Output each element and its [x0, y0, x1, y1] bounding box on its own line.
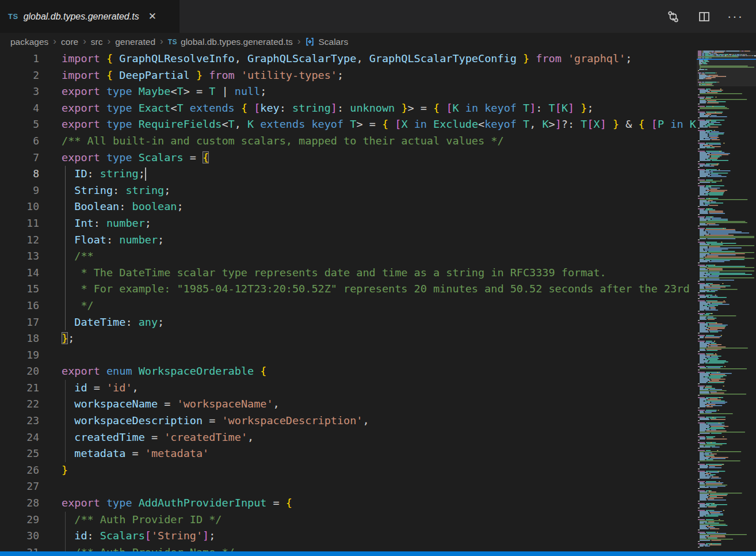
breadcrumb-label: src	[91, 37, 103, 47]
code-line-8[interactable]: ID: string;	[55, 166, 697, 182]
line-number-5[interactable]: 5	[0, 116, 39, 133]
line-number-25[interactable]: 25	[0, 445, 39, 462]
code-line-31[interactable]: /** Auth Provider Name */	[55, 544, 697, 551]
code-line-22[interactable]: workspaceName = 'workspaceName',	[55, 396, 697, 413]
breadcrumb-item-src[interactable]: src	[91, 37, 103, 47]
breadcrumb: packages›core›src›generated›TSglobal.db.…	[0, 33, 756, 51]
code-line-2[interactable]: import { DeepPartial } from 'utility-typ…	[55, 67, 697, 84]
code-line-6[interactable]: /** All built-in and custom scalars, map…	[55, 133, 697, 150]
code-line-1[interactable]: import { GraphQLResolveInfo, GraphQLScal…	[55, 51, 697, 67]
open-changes-icon[interactable]	[666, 10, 680, 24]
line-number-20[interactable]: 20	[0, 363, 39, 380]
breadcrumb-separator: ›	[297, 36, 301, 47]
text-cursor	[145, 167, 146, 181]
code-line-13[interactable]: /**	[55, 248, 697, 265]
breadcrumb-item-core[interactable]: core	[61, 37, 78, 47]
code-line-21[interactable]: id = 'id',	[55, 380, 697, 397]
minimap[interactable]	[697, 51, 756, 551]
breadcrumb-separator: ›	[83, 36, 86, 47]
code-line-12[interactable]: Float: number;	[55, 232, 697, 249]
editor-pane[interactable]: 1234567891011121314151617181920212223242…	[0, 51, 756, 551]
indent-guide	[65, 380, 66, 462]
line-number-30[interactable]: 30	[0, 528, 39, 544]
code-line-17[interactable]: DateTime: any;	[55, 314, 697, 331]
line-number-22[interactable]: 22	[0, 396, 39, 413]
code-line-20[interactable]: export enum WorkspaceOrderable {	[55, 363, 697, 380]
more-actions-icon[interactable]: ···	[728, 10, 742, 24]
breadcrumb-item-packages[interactable]: packages	[10, 37, 48, 47]
line-number-21[interactable]: 21	[0, 380, 39, 397]
code-line-29[interactable]: /** Auth Provider ID */	[55, 512, 697, 528]
line-number-17[interactable]: 17	[0, 314, 39, 331]
code-line-18[interactable]: };	[55, 330, 697, 347]
line-number-2[interactable]: 2	[0, 67, 39, 84]
line-number-8[interactable]: 8	[0, 166, 39, 182]
line-number-28[interactable]: 28	[0, 495, 39, 512]
line-number-11[interactable]: 11	[0, 215, 39, 232]
code-line-10[interactable]: Boolean: boolean;	[55, 199, 697, 215]
line-number-gutter[interactable]: 1234567891011121314151617181920212223242…	[0, 51, 39, 556]
code-line-7[interactable]: export type Scalars = {	[55, 150, 697, 166]
line-number-23[interactable]: 23	[0, 413, 39, 429]
breadcrumb-label: Scalars	[318, 37, 348, 47]
typescript-file-icon: TS	[8, 12, 18, 21]
editor-actions: ···	[666, 0, 756, 33]
line-number-24[interactable]: 24	[0, 429, 39, 446]
tab-bar: TS global.db.types.generated.ts ✕	[0, 0, 756, 33]
code-line-5[interactable]: export type RequireFields<T, K extends k…	[55, 116, 697, 133]
line-number-12[interactable]: 12	[0, 232, 39, 249]
code-line-25[interactable]: metadata = 'metadata'	[55, 445, 697, 462]
breadcrumb-item-global-db-types-generated-ts[interactable]: TSglobal.db.types.generated.ts	[168, 37, 293, 47]
indent-guide	[65, 166, 66, 330]
vscode-window: TS global.db.types.generated.ts ✕	[0, 0, 756, 556]
breadcrumb-item-scalars[interactable]: Scalars	[305, 37, 348, 47]
line-number-18[interactable]: 18	[0, 330, 39, 347]
tab-label: global.db.types.generated.ts	[24, 12, 139, 22]
code-line-23[interactable]: workspaceDescription = 'workspaceDescrip…	[55, 413, 697, 429]
breadcrumb-label: core	[61, 37, 78, 47]
line-number-26[interactable]: 26	[0, 462, 39, 479]
code-line-28[interactable]: export type AddAuthProviderInput = {	[55, 495, 697, 512]
breadcrumb-label: global.db.types.generated.ts	[181, 37, 293, 47]
breadcrumb-separator: ›	[53, 36, 56, 47]
code-line-3[interactable]: export type Maybe<T> = T | null;	[55, 83, 697, 100]
line-number-19[interactable]: 19	[0, 347, 39, 364]
code-line-30[interactable]: id: Scalars['String'];	[55, 528, 697, 544]
breadcrumb-separator: ›	[108, 36, 111, 47]
breadcrumb-item-generated[interactable]: generated	[115, 37, 155, 47]
typescript-file-icon: TS	[168, 38, 177, 46]
line-number-13[interactable]: 13	[0, 248, 39, 265]
breadcrumb-separator: ›	[160, 36, 163, 47]
line-number-10[interactable]: 10	[0, 199, 39, 215]
breadcrumb-label: generated	[115, 37, 155, 47]
status-bar[interactable]	[0, 551, 756, 556]
code-line-11[interactable]: Int: number;	[55, 215, 697, 232]
line-number-9[interactable]: 9	[0, 182, 39, 199]
line-number-29[interactable]: 29	[0, 512, 39, 528]
tab-global-db-types[interactable]: TS global.db.types.generated.ts ✕	[0, 0, 180, 33]
line-number-6[interactable]: 6	[0, 133, 39, 150]
code-line-9[interactable]: String: string;	[55, 182, 697, 199]
code-line-16[interactable]: */	[55, 298, 697, 314]
split-editor-icon[interactable]	[697, 10, 711, 24]
line-number-7[interactable]: 7	[0, 150, 39, 166]
close-tab-icon[interactable]: ✕	[146, 9, 159, 24]
line-number-15[interactable]: 15	[0, 281, 39, 298]
code-line-27[interactable]	[55, 478, 697, 495]
line-number-14[interactable]: 14	[0, 265, 39, 281]
symbol-type-icon	[305, 37, 315, 47]
line-number-27[interactable]: 27	[0, 478, 39, 495]
code-line-24[interactable]: createdTime = 'createdTime',	[55, 429, 697, 446]
code-line-4[interactable]: export type Exact<T extends { [key: stri…	[55, 100, 697, 117]
line-number-16[interactable]: 16	[0, 298, 39, 314]
code-line-14[interactable]: * The DateTime scalar type represents da…	[55, 265, 697, 281]
breadcrumb-label: packages	[10, 37, 48, 47]
line-number-1[interactable]: 1	[0, 51, 39, 67]
line-number-4[interactable]: 4	[0, 100, 39, 117]
code-line-26[interactable]: }	[55, 462, 697, 479]
line-number-3[interactable]: 3	[0, 83, 39, 100]
code-line-15[interactable]: * For example: "1985-04-12T23:20:50.52Z"…	[55, 281, 697, 298]
code-area[interactable]: import { GraphQLResolveInfo, GraphQLScal…	[55, 51, 697, 551]
indent-guide	[65, 512, 66, 556]
code-line-19[interactable]	[55, 347, 697, 364]
